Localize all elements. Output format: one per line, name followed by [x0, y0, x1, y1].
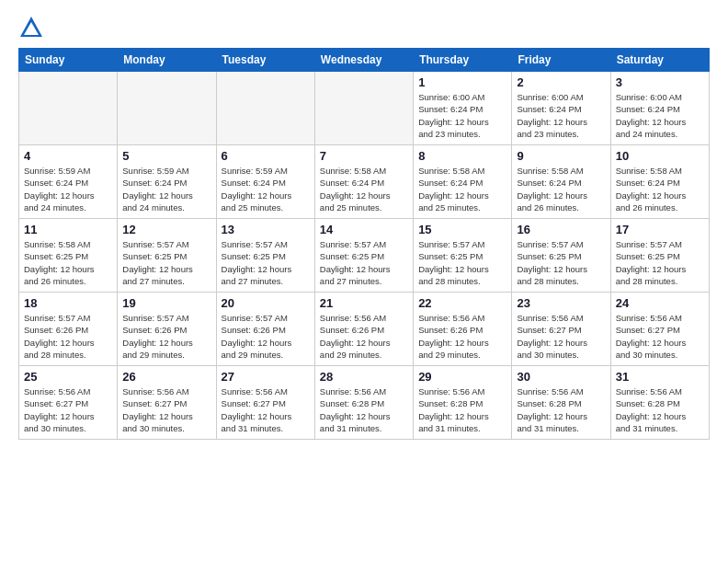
day-info: Sunrise: 5:59 AMSunset: 6:24 PMDaylight:…	[122, 165, 210, 213]
day-info: Sunrise: 5:59 AMSunset: 6:24 PMDaylight:…	[222, 165, 310, 213]
calendar-cell: 11Sunrise: 5:58 AMSunset: 6:25 PMDayligh…	[19, 219, 118, 293]
day-info: Sunrise: 5:56 AMSunset: 6:27 PMDaylight:…	[222, 385, 310, 434]
day-info: Sunrise: 5:58 AMSunset: 6:24 PMDaylight:…	[616, 165, 704, 213]
day-info: Sunrise: 5:57 AMSunset: 6:25 PMDaylight:…	[222, 238, 310, 287]
day-info: Sunrise: 5:57 AMSunset: 6:26 PMDaylight:…	[24, 312, 112, 361]
calendar-day-header: Thursday	[414, 49, 512, 72]
day-info: Sunrise: 5:58 AMSunset: 6:24 PMDaylight:…	[517, 165, 605, 213]
calendar-cell: 29Sunrise: 5:56 AMSunset: 6:28 PMDayligh…	[414, 366, 512, 440]
day-info: Sunrise: 5:56 AMSunset: 6:28 PMDaylight:…	[320, 385, 408, 434]
calendar-cell	[216, 72, 314, 145]
day-info: Sunrise: 5:56 AMSunset: 6:28 PMDaylight:…	[418, 385, 506, 434]
day-number: 18	[24, 296, 112, 310]
calendar-cell: 2Sunrise: 6:00 AMSunset: 6:24 PMDaylight…	[512, 72, 610, 145]
day-number: 22	[418, 296, 506, 310]
calendar-cell: 10Sunrise: 5:58 AMSunset: 6:24 PMDayligh…	[610, 145, 709, 219]
day-number: 14	[320, 223, 408, 236]
calendar-cell: 9Sunrise: 5:58 AMSunset: 6:24 PMDaylight…	[512, 145, 610, 219]
calendar-cell: 30Sunrise: 5:56 AMSunset: 6:28 PMDayligh…	[512, 366, 610, 440]
day-info: Sunrise: 5:58 AMSunset: 6:24 PMDaylight:…	[418, 165, 506, 213]
calendar-cell: 7Sunrise: 5:58 AMSunset: 6:24 PMDaylight…	[314, 145, 413, 219]
day-info: Sunrise: 5:59 AMSunset: 6:24 PMDaylight:…	[24, 165, 112, 213]
day-number: 30	[517, 370, 605, 384]
calendar-cell: 8Sunrise: 5:58 AMSunset: 6:24 PMDaylight…	[414, 145, 512, 219]
calendar-cell: 31Sunrise: 5:56 AMSunset: 6:28 PMDayligh…	[610, 366, 709, 440]
calendar-week-row: 25Sunrise: 5:56 AMSunset: 6:27 PMDayligh…	[19, 366, 710, 440]
day-number: 19	[122, 296, 210, 310]
calendar-cell	[314, 72, 413, 145]
day-number: 1	[418, 75, 506, 89]
calendar-cell: 15Sunrise: 5:57 AMSunset: 6:25 PMDayligh…	[414, 219, 512, 293]
calendar-cell: 16Sunrise: 5:57 AMSunset: 6:25 PMDayligh…	[512, 219, 610, 293]
calendar-cell: 20Sunrise: 5:57 AMSunset: 6:26 PMDayligh…	[216, 293, 314, 366]
day-info: Sunrise: 5:56 AMSunset: 6:27 PMDaylight:…	[616, 312, 704, 361]
calendar-week-row: 18Sunrise: 5:57 AMSunset: 6:26 PMDayligh…	[19, 293, 710, 366]
calendar-day-header: Friday	[512, 49, 610, 72]
day-number: 20	[222, 296, 310, 310]
day-info: Sunrise: 5:58 AMSunset: 6:25 PMDaylight:…	[24, 238, 112, 287]
day-number: 31	[616, 370, 704, 384]
calendar-day-header: Tuesday	[216, 49, 314, 72]
day-number: 13	[222, 223, 310, 236]
day-info: Sunrise: 5:56 AMSunset: 6:27 PMDaylight:…	[24, 385, 112, 434]
calendar-cell: 21Sunrise: 5:56 AMSunset: 6:26 PMDayligh…	[314, 293, 413, 366]
calendar-cell: 22Sunrise: 5:56 AMSunset: 6:26 PMDayligh…	[414, 293, 512, 366]
day-info: Sunrise: 5:56 AMSunset: 6:28 PMDaylight:…	[616, 385, 704, 434]
day-number: 12	[122, 223, 210, 236]
day-number: 4	[24, 149, 112, 163]
day-info: Sunrise: 5:56 AMSunset: 6:27 PMDaylight:…	[517, 312, 605, 361]
calendar-cell: 4Sunrise: 5:59 AMSunset: 6:24 PMDaylight…	[19, 145, 118, 219]
calendar-cell: 27Sunrise: 5:56 AMSunset: 6:27 PMDayligh…	[216, 366, 314, 440]
header	[18, 15, 710, 40]
calendar-cell: 5Sunrise: 5:59 AMSunset: 6:24 PMDaylight…	[118, 145, 216, 219]
calendar-cell: 24Sunrise: 5:56 AMSunset: 6:27 PMDayligh…	[610, 293, 709, 366]
logo-icon	[18, 15, 44, 40]
day-number: 15	[418, 223, 506, 236]
calendar-cell: 26Sunrise: 5:56 AMSunset: 6:27 PMDayligh…	[118, 366, 216, 440]
day-number: 26	[122, 370, 210, 384]
day-number: 23	[517, 296, 605, 310]
calendar-day-header: Saturday	[610, 49, 709, 72]
calendar-cell: 6Sunrise: 5:59 AMSunset: 6:24 PMDaylight…	[216, 145, 314, 219]
day-info: Sunrise: 5:57 AMSunset: 6:25 PMDaylight:…	[320, 238, 408, 287]
calendar-day-header: Sunday	[19, 49, 118, 72]
calendar-day-header: Wednesday	[314, 49, 413, 72]
day-info: Sunrise: 5:57 AMSunset: 6:25 PMDaylight:…	[122, 238, 210, 287]
day-number: 17	[616, 223, 704, 236]
calendar-cell: 25Sunrise: 5:56 AMSunset: 6:27 PMDayligh…	[19, 366, 118, 440]
calendar-cell: 23Sunrise: 5:56 AMSunset: 6:27 PMDayligh…	[512, 293, 610, 366]
calendar-cell: 19Sunrise: 5:57 AMSunset: 6:26 PMDayligh…	[118, 293, 216, 366]
calendar-cell	[19, 72, 118, 145]
day-info: Sunrise: 5:57 AMSunset: 6:26 PMDaylight:…	[122, 312, 210, 361]
calendar-cell: 18Sunrise: 5:57 AMSunset: 6:26 PMDayligh…	[19, 293, 118, 366]
day-info: Sunrise: 5:57 AMSunset: 6:25 PMDaylight:…	[418, 238, 506, 287]
day-number: 2	[517, 75, 605, 89]
calendar-cell: 1Sunrise: 6:00 AMSunset: 6:24 PMDaylight…	[414, 72, 512, 145]
day-number: 3	[616, 75, 704, 89]
day-number: 11	[24, 223, 112, 236]
day-info: Sunrise: 5:57 AMSunset: 6:26 PMDaylight:…	[222, 312, 310, 361]
calendar-week-row: 4Sunrise: 5:59 AMSunset: 6:24 PMDaylight…	[19, 145, 710, 219]
calendar-week-row: 11Sunrise: 5:58 AMSunset: 6:25 PMDayligh…	[19, 219, 710, 293]
day-info: Sunrise: 5:58 AMSunset: 6:24 PMDaylight:…	[320, 165, 408, 213]
day-number: 9	[517, 149, 605, 163]
calendar-header-row: SundayMondayTuesdayWednesdayThursdayFrid…	[19, 49, 710, 72]
day-number: 10	[616, 149, 704, 163]
day-number: 8	[418, 149, 506, 163]
day-number: 24	[616, 296, 704, 310]
day-info: Sunrise: 5:57 AMSunset: 6:25 PMDaylight:…	[517, 238, 605, 287]
day-info: Sunrise: 5:56 AMSunset: 6:26 PMDaylight:…	[320, 312, 408, 361]
day-info: Sunrise: 6:00 AMSunset: 6:24 PMDaylight:…	[418, 91, 506, 140]
calendar-table: SundayMondayTuesdayWednesdayThursdayFrid…	[18, 48, 710, 440]
day-number: 6	[222, 149, 310, 163]
day-number: 7	[320, 149, 408, 163]
day-number: 16	[517, 223, 605, 236]
day-info: Sunrise: 6:00 AMSunset: 6:24 PMDaylight:…	[517, 91, 605, 140]
day-number: 21	[320, 296, 408, 310]
calendar-week-row: 1Sunrise: 6:00 AMSunset: 6:24 PMDaylight…	[19, 72, 710, 145]
calendar-cell: 14Sunrise: 5:57 AMSunset: 6:25 PMDayligh…	[314, 219, 413, 293]
calendar-cell: 28Sunrise: 5:56 AMSunset: 6:28 PMDayligh…	[314, 366, 413, 440]
calendar-cell: 3Sunrise: 6:00 AMSunset: 6:24 PMDaylight…	[610, 72, 709, 145]
day-number: 5	[122, 149, 210, 163]
page: SundayMondayTuesdayWednesdayThursdayFrid…	[0, 0, 728, 563]
